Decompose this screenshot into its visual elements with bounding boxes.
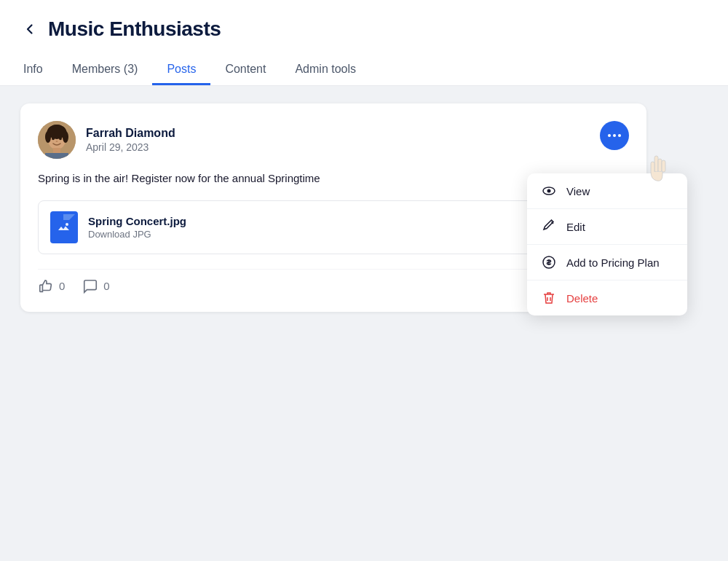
more-dots-icon <box>608 134 621 137</box>
tab-nav: Info Members (3) Posts Content Admin too… <box>20 55 708 85</box>
post-date: April 29, 2023 <box>86 141 175 153</box>
svg-point-17 <box>547 189 551 193</box>
file-name: Spring Concert.jpg <box>88 215 186 227</box>
svg-rect-14 <box>662 160 665 172</box>
svg-rect-13 <box>658 159 662 172</box>
dollar-icon <box>542 255 556 270</box>
header-top: Music Enthusiasts <box>20 17 708 41</box>
post-author: Farrah Diamond April 29, 2023 <box>38 121 175 159</box>
menu-pricing-label: Add to Pricing Plan <box>566 256 660 269</box>
author-info: Farrah Diamond April 29, 2023 <box>86 127 175 153</box>
svg-rect-15 <box>651 162 654 173</box>
tab-content[interactable]: Content <box>210 55 280 85</box>
file-info: Spring Concert.jpg Download JPG <box>88 215 186 240</box>
svg-point-6 <box>63 131 68 143</box>
tab-info[interactable]: Info <box>20 55 58 85</box>
svg-rect-19 <box>58 221 71 234</box>
menu-item-delete[interactable]: Delete <box>527 280 687 315</box>
svg-rect-11 <box>45 153 68 159</box>
likes-count: 0 <box>59 280 65 292</box>
svg-point-7 <box>52 137 55 140</box>
svg-point-5 <box>45 131 51 143</box>
svg-point-8 <box>59 137 62 140</box>
dropdown-menu: View Edit Add to Pri <box>527 173 687 315</box>
page-header: Music Enthusiasts Info Members (3) Posts… <box>0 0 728 86</box>
author-name: Farrah Diamond <box>86 127 175 140</box>
file-icon <box>50 211 78 243</box>
svg-point-20 <box>66 223 68 226</box>
tab-posts[interactable]: Posts <box>152 55 210 85</box>
eye-icon <box>542 184 556 198</box>
comments-count: 0 <box>103 280 109 292</box>
page-title: Music Enthusiasts <box>48 17 221 41</box>
menu-edit-label: Edit <box>566 221 585 233</box>
trash-icon <box>542 291 556 305</box>
content-area: Farrah Diamond April 29, 2023 <box>0 86 728 329</box>
menu-view-label: View <box>566 185 590 197</box>
menu-item-view[interactable]: View <box>527 173 687 208</box>
pencil-icon <box>542 219 556 234</box>
like-button[interactable]: 0 <box>38 278 65 294</box>
file-action: Download JPG <box>88 229 186 240</box>
menu-delete-label: Delete <box>566 292 598 305</box>
avatar <box>38 121 76 159</box>
more-options-button[interactable] <box>600 121 629 150</box>
tab-admin-tools[interactable]: Admin tools <box>280 55 371 85</box>
tab-members[interactable]: Members (3) <box>58 55 153 85</box>
svg-rect-12 <box>654 156 658 172</box>
back-button[interactable] <box>20 20 39 39</box>
comment-button[interactable]: 0 <box>82 278 109 294</box>
menu-item-edit[interactable]: Edit <box>527 208 687 244</box>
svg-point-9 <box>56 141 58 142</box>
svg-rect-10 <box>53 148 60 154</box>
thumbs-up-icon <box>38 278 54 294</box>
comment-icon <box>82 278 98 294</box>
menu-item-add-pricing[interactable]: Add to Pricing Plan <box>527 244 687 280</box>
post-card: Farrah Diamond April 29, 2023 <box>20 103 646 312</box>
post-header: Farrah Diamond April 29, 2023 <box>38 121 629 159</box>
